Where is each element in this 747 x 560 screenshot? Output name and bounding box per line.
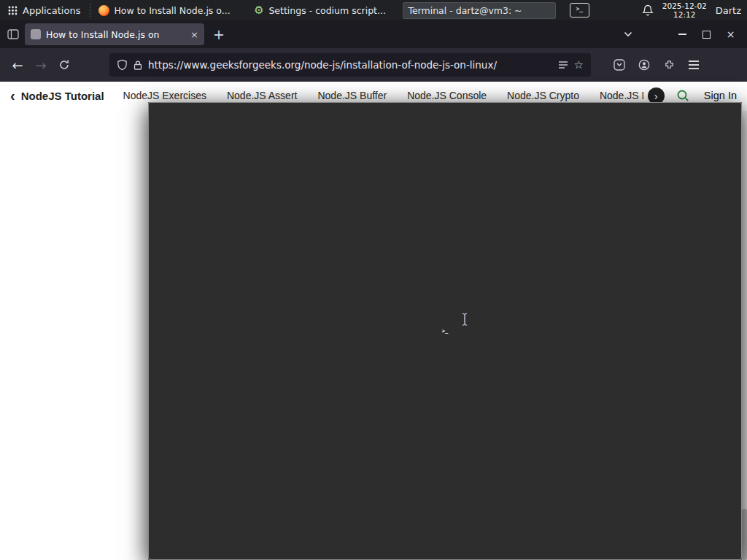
list-all-tabs-chevron-icon[interactable] — [616, 23, 640, 45]
back-button[interactable]: ← — [6, 53, 29, 77]
taskbar-button-firefox[interactable]: How to Install Node.js o... — [93, 2, 247, 19]
site-nav-link[interactable]: Node.JS Console — [407, 90, 487, 101]
taskbar-button-title: Settings - codium script... — [268, 5, 385, 16]
taskbar: How to Install Node.js o...⚙Settings - c… — [93, 0, 556, 20]
page-scrollbar-thumb[interactable] — [742, 509, 747, 560]
reader-mode-icon[interactable] — [558, 60, 568, 70]
browser-tab[interactable]: How to Install Node.js on × — [25, 23, 204, 45]
page-scrollbar[interactable] — [742, 111, 747, 560]
site-nav-link[interactable]: Node.JS Crypto — [507, 90, 579, 101]
tray-terminal-icon[interactable]: >_ — [570, 3, 589, 18]
extensions-icon[interactable] — [658, 54, 680, 76]
settings-icon: ⚙ — [253, 5, 264, 16]
mouse-ibeam-cursor — [460, 312, 469, 330]
clock-time: 12:12 — [662, 10, 707, 19]
forward-button[interactable]: → — [29, 53, 53, 77]
site-nav-link[interactable]: Node.JS Assert — [227, 90, 298, 101]
site-nav-section-title[interactable]: NodeJS Tutorial — [21, 90, 104, 102]
window-maximize-button[interactable] — [694, 23, 719, 45]
tab-favicon — [31, 29, 41, 39]
taskbar-button-settings[interactable]: ⚙Settings - codium script... — [248, 2, 401, 19]
panel-separator — [90, 4, 90, 17]
site-nav-items: NodeJS ExercisesNode.JS AssertNode.JS Bu… — [123, 90, 643, 101]
bookmark-star-icon[interactable]: ☆ — [574, 58, 584, 71]
tab-bar: How to Install Node.js on × + × — [0, 20, 747, 48]
reload-button[interactable] — [53, 53, 76, 77]
site-nav-link[interactable]: Node.JS Buffer — [317, 90, 387, 101]
window-controls: × — [616, 23, 743, 45]
pocket-icon[interactable] — [608, 54, 630, 76]
url-text[interactable]: https://www.geeksforgeeks.org/node-js/in… — [148, 59, 552, 71]
site-nav-back-chevron-icon[interactable]: ‹ — [10, 88, 15, 103]
taskbar-button-terminal[interactable]: >_Terminal - dartz@vm3: ~ — [403, 2, 556, 19]
taskbar-button-title: How to Install Node.js o... — [114, 5, 230, 16]
clock-date: 2025-12-02 — [662, 1, 707, 10]
browser-toolbar: ← → https://www.geeksforgeeks.org/node-j… — [0, 48, 747, 82]
menu-hamburger-icon[interactable] — [683, 54, 705, 76]
applications-grid-icon — [8, 6, 18, 15]
window-minimize-button[interactable] — [670, 23, 694, 45]
firefox-view-icon[interactable] — [7, 29, 19, 39]
tab-title: How to Install Node.js on — [46, 29, 185, 40]
url-bar[interactable]: https://www.geeksforgeeks.org/node-js/in… — [109, 53, 591, 77]
applications-menu-button[interactable]: Applications — [1, 0, 87, 20]
window-close-button[interactable]: × — [719, 23, 743, 45]
site-nav-link[interactable]: NodeJS Exercises — [123, 90, 206, 101]
site-nav-link[interactable]: Node.JS DNS — [600, 90, 643, 101]
sign-in-button[interactable]: Sign In — [704, 90, 737, 101]
padlock-icon[interactable] — [133, 60, 142, 71]
taskbar-button-title: Terminal - dartz@vm3: ~ — [408, 5, 522, 16]
top-panel: Applications How to Install Node.js o...… — [0, 0, 747, 20]
tracking-shield-icon[interactable] — [117, 59, 128, 71]
new-tab-button[interactable]: + — [213, 28, 225, 42]
notification-bell-icon[interactable] — [642, 4, 654, 17]
account-icon[interactable] — [633, 54, 655, 76]
panel-clock[interactable]: 2025-12-02 12:12 — [662, 1, 707, 19]
panel-user-label: Dartz — [716, 5, 741, 16]
applications-label: Applications — [23, 5, 80, 16]
toolbar-right-icons — [608, 54, 705, 76]
firefox-icon — [98, 5, 109, 16]
tab-close-icon[interactable]: × — [190, 29, 198, 40]
search-icon[interactable] — [676, 89, 689, 102]
